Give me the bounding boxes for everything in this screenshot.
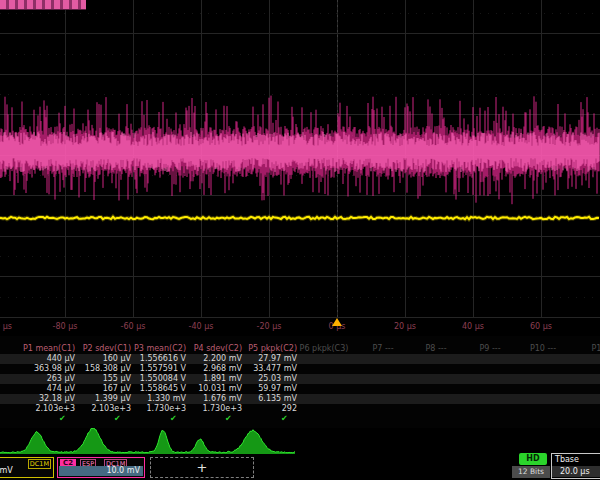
param-header-p5[interactable]: P5 pkpk(C2) xyxy=(242,344,297,354)
axis-tick-label: 40 µs xyxy=(462,322,484,331)
table-cell: 10.031 mV xyxy=(187,384,242,394)
table-cell: 2.103e+3 xyxy=(20,404,75,414)
descriptor-bar: C1 DC1M 10.0 mV C2 ESP DC1M 10.0 mV + HD… xyxy=(0,456,600,480)
table-cell: 1.891 mV xyxy=(187,374,242,384)
param-header-unused[interactable]: P10 --- xyxy=(530,344,556,354)
table-cell: 292 xyxy=(242,404,297,414)
param-header-p2[interactable]: P2 sdev(C1) xyxy=(76,344,131,354)
table-cell: 32.18 µV xyxy=(20,394,75,404)
trigger-time-marker[interactable] xyxy=(332,318,342,326)
timebase-label: Tbase xyxy=(555,455,579,465)
table-cell: 1.557591 V xyxy=(131,364,186,374)
table-cell: 1.399 µV xyxy=(76,394,131,404)
c2-selected-strip: 10.0 mV xyxy=(59,466,143,476)
trend-fill xyxy=(0,428,295,454)
status-ok-check-icon: ✔ xyxy=(170,414,177,424)
table-cell: 2.103e+3 xyxy=(76,404,131,414)
table-cell: 474 µV xyxy=(20,384,75,394)
table-cell: 2.968 mV xyxy=(187,364,242,374)
table-cell: 1.730e+3 xyxy=(131,404,186,414)
table-cell: 263 µV xyxy=(20,374,75,384)
table-cell: 1.676 mV xyxy=(187,394,242,404)
axis-tick-label: -80 µs xyxy=(53,322,78,331)
table-cell: 25.03 mV xyxy=(242,374,297,384)
measurement-table: P1 mean(C1)P2 sdev(C1)P3 mean(C2)P4 sdev… xyxy=(0,336,600,428)
trace-label-badge xyxy=(0,0,86,10)
axis-tick-label: -60 µs xyxy=(121,322,146,331)
axis-tick-label: -20 µs xyxy=(257,322,282,331)
table-cell: 33.477 mV xyxy=(242,364,297,374)
param-header-p4[interactable]: P4 sdev(C2) xyxy=(187,344,242,354)
timebase-descriptor[interactable]: Tbase 20.0 µs xyxy=(551,453,600,479)
timebase-value: 20.0 µs xyxy=(552,466,600,477)
param-header-unused[interactable]: P6 pkpk(C3) xyxy=(300,344,349,354)
channel-c2-descriptor[interactable]: C2 ESP DC1M 10.0 mV xyxy=(57,457,145,478)
param-header-p3[interactable]: P3 mean(C2) xyxy=(131,344,186,354)
measurement-trend-strip xyxy=(0,428,600,456)
timebase-axis: -100 µs-80 µs-60 µs-40 µs-20 µs0 µs20 µs… xyxy=(0,318,600,336)
waveform-plot-area xyxy=(0,0,600,318)
hd-mode-badge[interactable]: HD xyxy=(519,453,547,465)
table-cell: 1.556616 V xyxy=(131,354,186,364)
table-cell: 1.330 mV xyxy=(131,394,186,404)
table-cell: 160 µV xyxy=(76,354,131,364)
add-trace-box[interactable]: + xyxy=(150,457,254,478)
table-cell: 59.97 mV xyxy=(242,384,297,394)
param-header-unused[interactable]: P8 --- xyxy=(425,344,446,354)
channel-c1-descriptor[interactable]: C1 DC1M 10.0 mV xyxy=(0,457,54,478)
plus-icon: + xyxy=(151,460,253,476)
table-cell: 167 µV xyxy=(76,384,131,394)
status-ok-check-icon: ✔ xyxy=(225,414,232,424)
table-cell: 2.200 mV xyxy=(187,354,242,364)
table-cell: 6.135 mV xyxy=(242,394,297,404)
trend-waveform xyxy=(0,428,600,456)
table-cell: 440 µV xyxy=(20,354,75,364)
table-cell: 155 µV xyxy=(76,374,131,384)
table-cell: 158.308 µV xyxy=(76,364,131,374)
table-cell: 1.730e+3 xyxy=(187,404,242,414)
table-cell: 1.550084 V xyxy=(131,374,186,384)
axis-tick-label: -100 µs xyxy=(0,322,12,331)
table-cell: 1.558645 V xyxy=(131,384,186,394)
oscilloscope-screen: -100 µs-80 µs-60 µs-40 µs-20 µs0 µs20 µs… xyxy=(0,0,600,480)
status-ok-check-icon: ✔ xyxy=(59,414,66,424)
param-header-unused[interactable]: P11 xyxy=(591,344,600,354)
param-header-unused[interactable]: P7 --- xyxy=(372,344,393,354)
param-header-unused[interactable]: P9 --- xyxy=(479,344,500,354)
table-cell: 27.97 mV xyxy=(242,354,297,364)
c2-vdiv-value: 10.0 mV xyxy=(59,466,143,476)
axis-tick-label: -40 µs xyxy=(189,322,214,331)
param-header-p1[interactable]: P1 mean(C1) xyxy=(20,344,75,354)
status-ok-check-icon: ✔ xyxy=(281,414,288,424)
axis-tick-label: 60 µs xyxy=(530,322,552,331)
table-cell: 363.98 µV xyxy=(20,364,75,374)
status-ok-check-icon: ✔ xyxy=(114,414,121,424)
c1-vdiv-value: 10.0 mV xyxy=(0,466,53,476)
axis-tick-label: 20 µs xyxy=(394,322,416,331)
graticule xyxy=(0,0,600,318)
hd-bits-label: 12 Bits xyxy=(512,466,550,478)
